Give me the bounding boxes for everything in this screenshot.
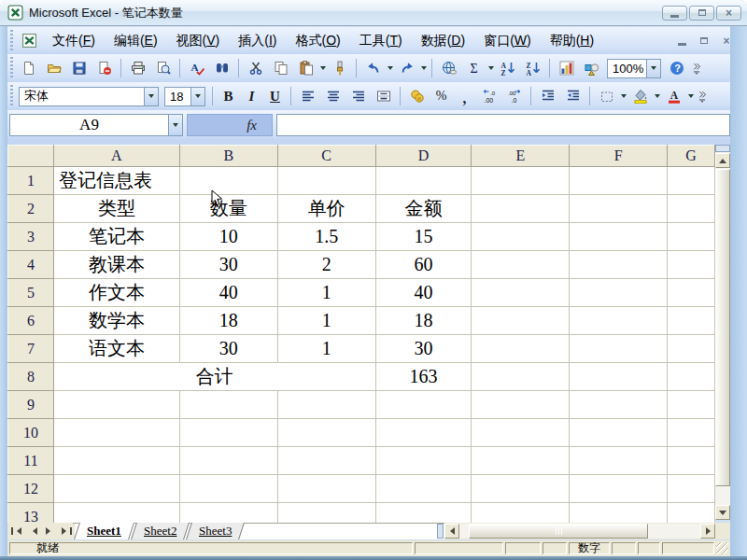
cell-B9[interactable] <box>179 391 277 419</box>
vertical-split-handle[interactable] <box>715 145 730 152</box>
paste-button[interactable] <box>295 58 317 79</box>
cell-B5[interactable]: 40 <box>179 279 277 307</box>
cell-F10[interactable] <box>570 419 668 447</box>
cell-C3[interactable]: 1.5 <box>277 223 375 251</box>
toolbar-options-formatting[interactable] <box>696 86 709 107</box>
cell-D11[interactable] <box>375 447 472 475</box>
cell-F7[interactable] <box>570 335 668 363</box>
row-header-1[interactable]: 1 <box>8 167 54 195</box>
cell-D12[interactable] <box>375 475 472 503</box>
research-button[interactable] <box>211 58 233 79</box>
title-bar[interactable]: Microsoft Excel - 笔记本数量 × <box>0 0 747 26</box>
decrease-decimal-button[interactable]: .00.0 <box>503 86 525 107</box>
cell-C5[interactable]: 1 <box>277 279 375 307</box>
cell-A11[interactable] <box>53 447 179 475</box>
row-header-7[interactable]: 7 <box>8 335 54 363</box>
cell-E2[interactable] <box>472 195 570 223</box>
cell-F3[interactable] <box>570 223 668 251</box>
scroll-left-button[interactable] <box>444 524 459 539</box>
scroll-right-button[interactable] <box>700 524 715 539</box>
sort-descending-button[interactable]: ZA <box>522 58 543 79</box>
help-button[interactable]: ? <box>666 58 687 79</box>
column-header-A[interactable]: A <box>53 146 179 167</box>
cell-E9[interactable] <box>472 391 570 419</box>
increase-indent-button[interactable] <box>562 86 584 107</box>
cell-E7[interactable] <box>472 335 570 363</box>
cell-D5[interactable]: 40 <box>375 279 472 307</box>
cell-A7[interactable]: 语文本 <box>53 335 179 363</box>
merge-center-button[interactable] <box>373 86 394 107</box>
cell-F1[interactable] <box>570 167 668 195</box>
cell-E13[interactable] <box>472 503 570 524</box>
cell-A6[interactable]: 数学本 <box>53 307 179 335</box>
row-header-3[interactable]: 3 <box>8 223 54 251</box>
name-box-dropdown[interactable] <box>168 115 182 135</box>
font-name-combo[interactable]: 宋体 <box>19 87 159 106</box>
cell-E8[interactable] <box>472 363 570 391</box>
column-header-G[interactable]: G <box>668 146 715 167</box>
column-header-E[interactable]: E <box>472 146 570 167</box>
cell-B10[interactable] <box>179 419 277 447</box>
cell-D13[interactable] <box>375 503 472 524</box>
toolbar-handle[interactable] <box>10 57 13 79</box>
menu-help[interactable]: 帮助(H) <box>541 30 603 52</box>
cell-C2[interactable]: 单价 <box>277 195 375 223</box>
chevron-down-icon[interactable] <box>688 94 694 98</box>
font-size-combo[interactable]: 18 <box>164 87 205 106</box>
cell-G9[interactable] <box>668 391 715 419</box>
row-header-5[interactable]: 5 <box>8 279 54 307</box>
menu-tools[interactable]: 工具(T) <box>350 30 412 52</box>
doc-restore-button[interactable] <box>697 35 712 48</box>
scroll-up-button[interactable] <box>715 153 730 168</box>
cell-G10[interactable] <box>668 419 715 447</box>
underline-button[interactable]: U <box>264 86 286 107</box>
align-left-button[interactable] <box>297 86 318 107</box>
align-right-button[interactable] <box>347 86 369 107</box>
cell-G13[interactable] <box>668 503 715 524</box>
menu-insert[interactable]: 插入(I) <box>229 30 286 52</box>
cell-D7[interactable]: 30 <box>375 335 472 363</box>
menu-data[interactable]: 数据(D) <box>412 30 474 52</box>
cell-B1[interactable] <box>179 167 277 195</box>
fill-color-button[interactable] <box>629 86 651 107</box>
tab-sheet2[interactable]: Sheet2 <box>131 523 190 539</box>
cell-D4[interactable]: 60 <box>375 251 472 279</box>
restore-button[interactable] <box>689 6 714 21</box>
cell-G2[interactable] <box>668 195 715 223</box>
row-header-8[interactable]: 8 <box>8 363 54 391</box>
row-header-6[interactable]: 6 <box>8 307 54 335</box>
cell-B6[interactable]: 18 <box>179 307 277 335</box>
hyperlink-button[interactable] <box>438 58 459 79</box>
cell-A8[interactable]: 合计 <box>53 363 375 391</box>
tab-sheet3[interactable]: Sheet3 <box>186 523 245 539</box>
tab-sheet1[interactable]: Sheet1 <box>74 523 134 539</box>
cell-B2[interactable]: 数量 <box>179 195 277 223</box>
menu-file[interactable]: 文件(F) <box>43 30 105 52</box>
cell-A10[interactable] <box>53 419 179 447</box>
minimize-button[interactable] <box>662 6 687 21</box>
cell-E10[interactable] <box>472 419 570 447</box>
cell-G6[interactable] <box>668 307 715 335</box>
cell-F6[interactable] <box>570 307 668 335</box>
select-all-corner[interactable] <box>8 146 54 167</box>
cell-A2[interactable]: 类型 <box>53 195 179 223</box>
chevron-down-icon[interactable] <box>388 66 393 70</box>
borders-button[interactable] <box>596 86 617 107</box>
row-header-2[interactable]: 2 <box>8 195 54 223</box>
comma-style-button[interactable]: , <box>454 86 475 107</box>
menu-edit[interactable]: 编辑(E) <box>105 30 167 52</box>
cell-C11[interactable] <box>277 447 375 475</box>
tab-first-button[interactable] <box>8 524 24 539</box>
autosum-button[interactable]: Σ <box>463 58 485 79</box>
cell-E5[interactable] <box>472 279 570 307</box>
chevron-down-icon[interactable] <box>655 94 660 98</box>
chevron-down-icon[interactable] <box>488 66 494 70</box>
cell-G7[interactable] <box>668 335 715 363</box>
percent-style-button[interactable]: % <box>430 86 452 107</box>
chevron-down-icon[interactable] <box>320 66 326 70</box>
row-header-4[interactable]: 4 <box>8 251 54 279</box>
chart-wizard-button[interactable] <box>556 58 577 79</box>
cell-F11[interactable] <box>570 447 668 475</box>
menu-view[interactable]: 视图(V) <box>167 30 230 52</box>
cell-C9[interactable] <box>277 391 375 419</box>
